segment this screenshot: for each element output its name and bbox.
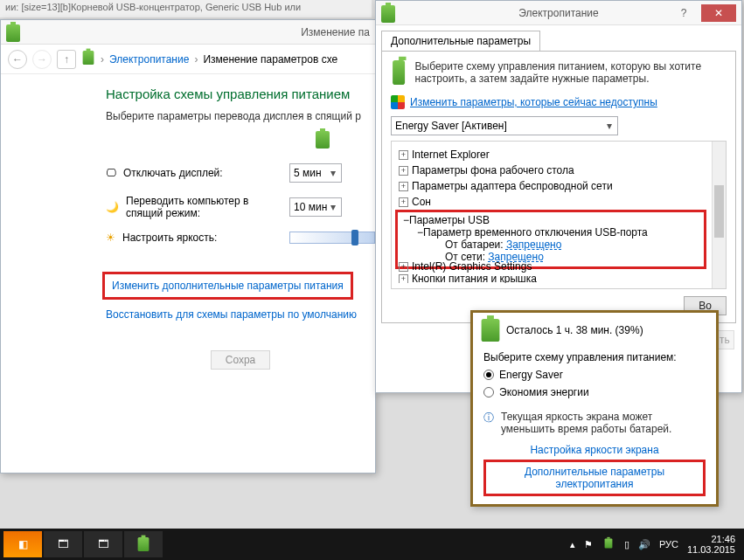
label-brightness: Настроить яркость:	[122, 232, 217, 244]
dialog-title: Электропитание	[518, 7, 598, 19]
tree-usb[interactable]: Параметры USB	[409, 214, 490, 226]
titlebar: Изменение па	[1, 20, 375, 45]
window-title: Изменение па	[301, 26, 370, 38]
opt-energy-saver[interactable]: Energy Saver	[499, 369, 563, 381]
page-heading: Настройка схемы управления питанием	[106, 86, 375, 101]
opt-economy[interactable]: Экономия энергии	[499, 386, 589, 398]
more-power-options-link[interactable]: Дополнительные параметры электропитания	[525, 466, 664, 490]
battery-icon	[81, 49, 95, 69]
sun-icon: ☀	[106, 232, 115, 244]
task-power-options[interactable]	[124, 531, 163, 557]
choose-plan-label: Выберите схему управления питанием:	[483, 351, 706, 363]
adjust-brightness-link[interactable]: Настройка яркости экрана	[530, 444, 658, 456]
up-button[interactable]: ↑	[57, 50, 76, 69]
close-button[interactable]: ✕	[701, 4, 736, 22]
task-button[interactable]: 🗔	[44, 531, 82, 557]
tray-time[interactable]: 21:46	[711, 534, 735, 544]
plan-dropdown[interactable]: Energy Saver [Активен]	[391, 116, 618, 135]
uac-link[interactable]: Изменить параметры, которые сейчас недос…	[410, 96, 657, 108]
tree-usb-suspend[interactable]: Параметр временного отключения USB-порта	[423, 226, 648, 239]
breadcrumb-power[interactable]: Электропитание	[109, 53, 189, 66]
info-icon: ⓘ	[483, 411, 494, 435]
tree-intel[interactable]: Intel(R) Graphics Settings	[412, 259, 532, 274]
tree-lid[interactable]: Кнопки питания и крышка	[412, 274, 537, 283]
breadcrumb-bar: ← → ↑ › Электропитание › Изменение парам…	[1, 45, 375, 74]
sleep-dropdown[interactable]: 10 мин	[289, 197, 342, 217]
scrollbar[interactable]	[712, 142, 726, 288]
page-subtext: Выберите параметры перевода дисплея в сп…	[106, 110, 375, 122]
edit-plan-window: Изменение па ← → ↑ › Электропитание › Из…	[0, 19, 376, 474]
battery-flyout: Осталось 1 ч. 38 мин. (39%) Выберите схе…	[470, 310, 719, 507]
back-button[interactable]: ←	[8, 50, 27, 69]
moon-icon: 🌙	[106, 201, 119, 213]
label-sleep: Переводить компьютер в спящий режим:	[126, 195, 281, 219]
battery-icon	[393, 60, 404, 85]
breadcrumb-current: Изменение параметров схе	[203, 53, 337, 66]
tray-volume-icon[interactable]: 🔊	[638, 539, 650, 550]
help-button[interactable]: ?	[666, 4, 701, 22]
battery-icon	[482, 319, 500, 342]
tray-flag-icon[interactable]: ⚑	[584, 539, 593, 550]
tree-wallpaper[interactable]: Параметры фона рабочего стола	[412, 162, 574, 178]
tray-date[interactable]: 11.03.2015	[687, 544, 735, 555]
tray-network-icon[interactable]: ▯	[624, 539, 629, 550]
start-button[interactable]: ◧	[3, 531, 42, 557]
brightness-slider[interactable]	[289, 232, 375, 244]
intro-text: Выберите схему управления питанием, кото…	[415, 60, 727, 85]
taskbar: ◧ 🗔 🗔 ▴ ⚑ ▯ 🔊 РУС 21:46 11.03.2015	[0, 529, 744, 560]
battery-icon	[316, 131, 330, 149]
display-off-dropdown[interactable]: 5 мин	[289, 163, 342, 183]
val-battery[interactable]: Запрещено	[506, 239, 561, 251]
display-icon: 🖵	[106, 167, 116, 179]
background-text: ии: [size=13][b]Корневой USB-концентрато…	[0, 0, 372, 17]
restore-defaults-link[interactable]: Восстановить для схемы параметры по умол…	[106, 308, 357, 321]
brightness-note: Текущая яркость экрана может уменьшить в…	[501, 411, 706, 435]
forward-button[interactable]: →	[32, 50, 52, 69]
tree-wifi[interactable]: Параметры адаптера беспроводной сети	[412, 178, 613, 194]
tree-sleep[interactable]: Сон	[412, 194, 431, 210]
save-button[interactable]: Сохра	[211, 350, 271, 370]
change-advanced-link[interactable]: Изменить дополнительные параметры питани…	[112, 280, 344, 292]
tab-advanced[interactable]: Дополнительные параметры	[381, 31, 540, 51]
radio-energy-saver[interactable]	[483, 370, 494, 380]
shield-icon	[391, 95, 405, 109]
battery-icon	[6, 24, 22, 40]
task-button[interactable]: 🗔	[84, 531, 122, 557]
tray-up-icon[interactable]: ▴	[570, 539, 575, 550]
radio-economy[interactable]	[483, 387, 494, 398]
settings-tree[interactable]: +Internet Explorer +Параметры фона рабоч…	[391, 141, 727, 289]
battery-status: Осталось 1 ч. 38 мин. (39%)	[506, 324, 643, 336]
tray-lang[interactable]: РУС	[659, 539, 678, 550]
lbl-battery: От батареи:	[445, 239, 504, 251]
tray-battery-icon[interactable]	[601, 535, 615, 554]
battery-icon	[381, 5, 397, 21]
label-display-off: Отключать дисплей:	[123, 167, 223, 179]
tree-ie[interactable]: Internet Explorer	[412, 147, 490, 162]
